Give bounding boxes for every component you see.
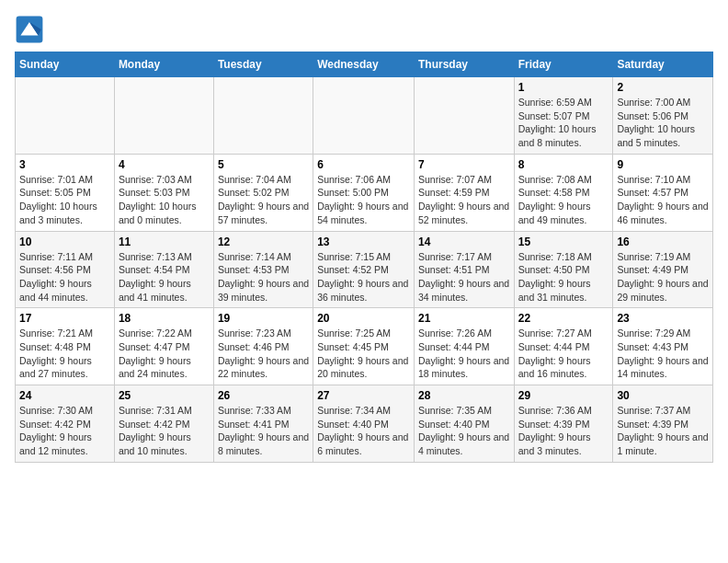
calendar-cell: 24Sunrise: 7:30 AM Sunset: 4:42 PM Dayli… xyxy=(16,385,115,463)
day-info: Sunrise: 7:30 AM Sunset: 4:42 PM Dayligh… xyxy=(19,404,110,458)
day-info: Sunrise: 7:23 AM Sunset: 4:46 PM Dayligh… xyxy=(218,327,309,381)
day-number: 25 xyxy=(119,389,210,402)
weekday-header-tuesday: Tuesday xyxy=(213,52,313,77)
calendar-cell xyxy=(213,77,313,155)
calendar-cell: 2Sunrise: 7:00 AM Sunset: 5:06 PM Daylig… xyxy=(613,77,713,155)
day-info: Sunrise: 7:11 AM Sunset: 4:56 PM Dayligh… xyxy=(19,250,110,304)
day-number: 9 xyxy=(617,158,709,171)
day-info: Sunrise: 7:00 AM Sunset: 5:06 PM Dayligh… xyxy=(617,96,709,150)
day-info: Sunrise: 7:22 AM Sunset: 4:47 PM Dayligh… xyxy=(119,327,210,381)
day-info: Sunrise: 7:14 AM Sunset: 4:53 PM Dayligh… xyxy=(218,250,309,304)
day-number: 3 xyxy=(19,158,110,171)
day-number: 6 xyxy=(317,158,410,171)
calendar-cell: 12Sunrise: 7:14 AM Sunset: 4:53 PM Dayli… xyxy=(213,231,313,308)
calendar-cell: 28Sunrise: 7:35 AM Sunset: 4:40 PM Dayli… xyxy=(414,385,514,463)
calendar-cell: 14Sunrise: 7:17 AM Sunset: 4:51 PM Dayli… xyxy=(414,231,514,308)
day-number: 24 xyxy=(19,389,110,402)
calendar-cell: 20Sunrise: 7:25 AM Sunset: 4:45 PM Dayli… xyxy=(313,308,415,385)
calendar-cell: 13Sunrise: 7:15 AM Sunset: 4:52 PM Dayli… xyxy=(313,231,415,308)
day-number: 1 xyxy=(518,81,609,94)
day-number: 4 xyxy=(119,158,210,171)
day-info: Sunrise: 7:01 AM Sunset: 5:05 PM Dayligh… xyxy=(19,173,110,227)
calendar-cell: 26Sunrise: 7:33 AM Sunset: 4:41 PM Dayli… xyxy=(213,385,313,463)
calendar-cell xyxy=(313,77,415,155)
calendar-week-row: 3Sunrise: 7:01 AM Sunset: 5:05 PM Daylig… xyxy=(16,154,713,231)
weekday-header-wednesday: Wednesday xyxy=(313,52,415,77)
day-info: Sunrise: 7:15 AM Sunset: 4:52 PM Dayligh… xyxy=(317,250,410,304)
weekday-header-friday: Friday xyxy=(514,52,613,77)
calendar-week-row: 17Sunrise: 7:21 AM Sunset: 4:48 PM Dayli… xyxy=(16,308,713,385)
day-info: Sunrise: 7:31 AM Sunset: 4:42 PM Dayligh… xyxy=(119,404,210,458)
day-number: 13 xyxy=(317,236,410,248)
calendar-cell: 25Sunrise: 7:31 AM Sunset: 4:42 PM Dayli… xyxy=(114,385,213,463)
calendar-cell: 8Sunrise: 7:08 AM Sunset: 4:58 PM Daylig… xyxy=(514,154,613,231)
calendar-cell: 11Sunrise: 7:13 AM Sunset: 4:54 PM Dayli… xyxy=(114,231,213,308)
weekday-header-sunday: Sunday xyxy=(16,52,115,77)
day-info: Sunrise: 7:34 AM Sunset: 4:40 PM Dayligh… xyxy=(317,404,410,458)
day-number: 18 xyxy=(119,312,210,325)
day-info: Sunrise: 7:13 AM Sunset: 4:54 PM Dayligh… xyxy=(119,250,210,304)
day-number: 26 xyxy=(218,389,309,402)
calendar-cell: 29Sunrise: 7:36 AM Sunset: 4:39 PM Dayli… xyxy=(514,385,613,463)
day-info: Sunrise: 7:27 AM Sunset: 4:44 PM Dayligh… xyxy=(518,327,609,381)
day-info: Sunrise: 7:21 AM Sunset: 4:48 PM Dayligh… xyxy=(19,327,110,381)
calendar-cell: 16Sunrise: 7:19 AM Sunset: 4:49 PM Dayli… xyxy=(613,231,713,308)
day-info: Sunrise: 7:33 AM Sunset: 4:41 PM Dayligh… xyxy=(218,404,309,458)
day-number: 2 xyxy=(617,81,709,94)
day-number: 17 xyxy=(19,312,110,325)
day-info: Sunrise: 7:25 AM Sunset: 4:45 PM Dayligh… xyxy=(317,327,410,381)
day-number: 23 xyxy=(617,312,709,325)
calendar-body: 1Sunrise: 6:59 AM Sunset: 5:07 PM Daylig… xyxy=(16,77,713,463)
calendar-week-row: 24Sunrise: 7:30 AM Sunset: 4:42 PM Dayli… xyxy=(16,385,713,463)
day-number: 10 xyxy=(19,236,110,248)
day-info: Sunrise: 7:29 AM Sunset: 4:43 PM Dayligh… xyxy=(617,327,709,381)
day-number: 27 xyxy=(317,389,410,402)
day-info: Sunrise: 7:17 AM Sunset: 4:51 PM Dayligh… xyxy=(418,250,510,304)
weekday-header-thursday: Thursday xyxy=(414,52,514,77)
calendar-cell: 4Sunrise: 7:03 AM Sunset: 5:03 PM Daylig… xyxy=(114,154,213,231)
day-number: 11 xyxy=(119,236,210,248)
day-info: Sunrise: 7:08 AM Sunset: 4:58 PM Dayligh… xyxy=(518,173,609,227)
weekday-header-saturday: Saturday xyxy=(613,52,713,77)
calendar-cell: 5Sunrise: 7:04 AM Sunset: 5:02 PM Daylig… xyxy=(213,154,313,231)
calendar-cell xyxy=(16,77,115,155)
calendar-cell: 27Sunrise: 7:34 AM Sunset: 4:40 PM Dayli… xyxy=(313,385,415,463)
calendar-cell: 15Sunrise: 7:18 AM Sunset: 4:50 PM Dayli… xyxy=(514,231,613,308)
calendar-cell xyxy=(414,77,514,155)
calendar-week-row: 1Sunrise: 6:59 AM Sunset: 5:07 PM Daylig… xyxy=(16,77,713,155)
day-info: Sunrise: 7:03 AM Sunset: 5:03 PM Dayligh… xyxy=(119,173,210,227)
day-info: Sunrise: 7:26 AM Sunset: 4:44 PM Dayligh… xyxy=(418,327,510,381)
day-info: Sunrise: 7:07 AM Sunset: 4:59 PM Dayligh… xyxy=(418,173,510,227)
calendar-cell: 17Sunrise: 7:21 AM Sunset: 4:48 PM Dayli… xyxy=(16,308,115,385)
logo xyxy=(15,15,48,44)
calendar-week-row: 10Sunrise: 7:11 AM Sunset: 4:56 PM Dayli… xyxy=(16,231,713,308)
day-number: 16 xyxy=(617,236,709,248)
day-info: Sunrise: 6:59 AM Sunset: 5:07 PM Dayligh… xyxy=(518,96,609,150)
day-number: 7 xyxy=(418,158,510,171)
day-info: Sunrise: 7:10 AM Sunset: 4:57 PM Dayligh… xyxy=(617,173,709,227)
logo-icon xyxy=(15,15,44,44)
calendar-cell: 6Sunrise: 7:06 AM Sunset: 5:00 PM Daylig… xyxy=(313,154,415,231)
page-header xyxy=(15,15,713,44)
calendar-cell: 30Sunrise: 7:37 AM Sunset: 4:39 PM Dayli… xyxy=(613,385,713,463)
day-number: 8 xyxy=(518,158,609,171)
day-info: Sunrise: 7:06 AM Sunset: 5:00 PM Dayligh… xyxy=(317,173,410,227)
calendar-cell: 21Sunrise: 7:26 AM Sunset: 4:44 PM Dayli… xyxy=(414,308,514,385)
day-number: 14 xyxy=(418,236,510,248)
day-number: 30 xyxy=(617,389,709,402)
weekday-header-row: SundayMondayTuesdayWednesdayThursdayFrid… xyxy=(16,52,713,77)
calendar-cell: 19Sunrise: 7:23 AM Sunset: 4:46 PM Dayli… xyxy=(213,308,313,385)
calendar-table: SundayMondayTuesdayWednesdayThursdayFrid… xyxy=(15,52,713,463)
calendar-cell: 22Sunrise: 7:27 AM Sunset: 4:44 PM Dayli… xyxy=(514,308,613,385)
day-number: 15 xyxy=(518,236,609,248)
calendar-header: SundayMondayTuesdayWednesdayThursdayFrid… xyxy=(16,52,713,77)
calendar-cell: 1Sunrise: 6:59 AM Sunset: 5:07 PM Daylig… xyxy=(514,77,613,155)
day-info: Sunrise: 7:37 AM Sunset: 4:39 PM Dayligh… xyxy=(617,404,709,458)
day-info: Sunrise: 7:19 AM Sunset: 4:49 PM Dayligh… xyxy=(617,250,709,304)
calendar-cell: 10Sunrise: 7:11 AM Sunset: 4:56 PM Dayli… xyxy=(16,231,115,308)
day-info: Sunrise: 7:36 AM Sunset: 4:39 PM Dayligh… xyxy=(518,404,609,458)
calendar-cell: 7Sunrise: 7:07 AM Sunset: 4:59 PM Daylig… xyxy=(414,154,514,231)
day-info: Sunrise: 7:18 AM Sunset: 4:50 PM Dayligh… xyxy=(518,250,609,304)
weekday-header-monday: Monday xyxy=(114,52,213,77)
calendar-cell: 3Sunrise: 7:01 AM Sunset: 5:05 PM Daylig… xyxy=(16,154,115,231)
